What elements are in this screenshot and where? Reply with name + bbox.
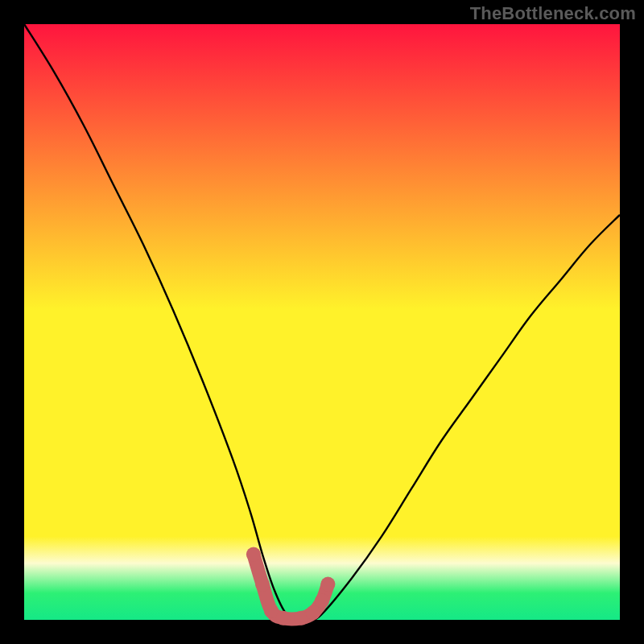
- valley-marker-dot: [255, 577, 270, 592]
- chart-stage: TheBottleneck.com: [0, 0, 644, 644]
- bottleneck-chart: [0, 0, 644, 644]
- plot-background: [24, 24, 620, 620]
- valley-marker-dot: [276, 611, 291, 625]
- valley-marker-dot: [315, 593, 329, 608]
- watermark-text: TheBottleneck.com: [470, 3, 636, 24]
- valley-marker-dot: [246, 547, 261, 562]
- valley-marker-dot: [320, 577, 335, 592]
- valley-marker-dot: [306, 605, 320, 620]
